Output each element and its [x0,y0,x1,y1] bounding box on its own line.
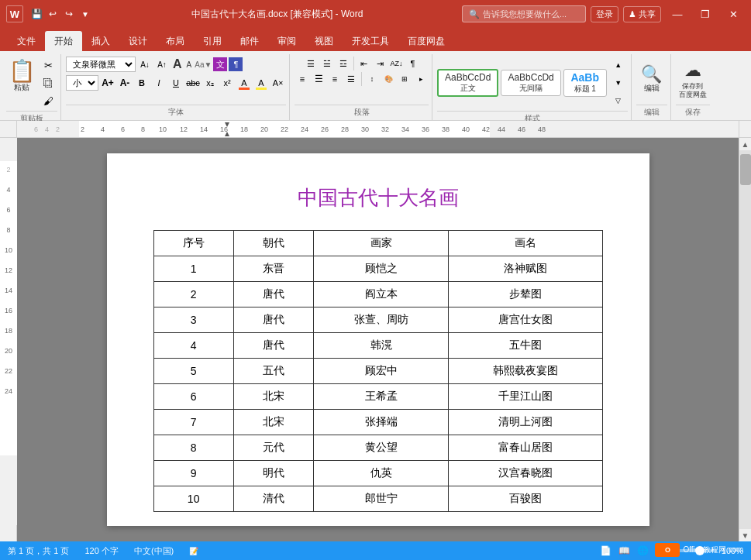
tab-review[interactable]: 审阅 [268,31,305,51]
read-view-btn[interactable]: 📖 [618,544,632,558]
wen-btn[interactable]: 文 [213,57,227,71]
table-cell: 清代 [233,486,313,512]
tab-developer[interactable]: 开发工具 [343,31,398,51]
web-view-btn[interactable]: 🌐 [636,544,650,558]
scroll-up-arrow[interactable]: ▲ [739,138,752,150]
styles-scroll-up[interactable]: ▲ [609,57,628,74]
share-button[interactable]: ♟ 共享 [623,6,661,22]
paste-button[interactable]: 📋 粘贴 [6,57,37,97]
svg-text:8: 8 [6,226,10,234]
restore-button[interactable]: ❐ [694,5,717,23]
list-numbers-btn[interactable]: ☱ [319,57,335,70]
sort-btn[interactable]: AZ↓ [389,57,405,70]
align-right-btn[interactable]: ≡ [327,72,343,86]
tab-mailings[interactable]: 邮件 [231,31,268,51]
pilcrow-btn[interactable]: ¶ [405,57,421,70]
tab-layout[interactable]: 布局 [157,31,194,51]
bold-button[interactable]: B [134,75,150,91]
tab-references[interactable]: 引用 [194,31,231,51]
shading-btn[interactable]: 🎨 [381,72,396,86]
scroll-down-arrow[interactable]: ▼ [739,529,752,541]
undo-icon[interactable]: ↩ [46,7,60,21]
search-box[interactable]: 🔍 告诉我您想要做什么... [462,5,586,22]
align-justify-btn[interactable]: ☰ [343,72,359,86]
language: 中文(中国) [134,545,174,557]
table-cell: 五牛图 [449,333,602,359]
table-cell: 韩熙载夜宴图 [449,359,602,384]
table-cell: 五代 [233,359,313,384]
highlight-a[interactable]: A [253,75,269,91]
superscript-button[interactable]: x² [219,75,235,91]
italic-button[interactable]: I [151,75,167,91]
font-name-select[interactable]: 文泉驿微黑 [66,57,136,72]
font-label: 字体 [66,105,286,120]
svg-text:38: 38 [442,125,450,133]
tab-design[interactable]: 设计 [119,31,157,51]
svg-text:12: 12 [5,266,12,274]
office-logo-area: O Office教程网.com [655,543,743,557]
increase-indent-btn[interactable]: ⇥ [373,57,388,70]
redo-icon[interactable]: ↪ [62,7,76,21]
login-button[interactable]: 登录 [591,6,618,22]
table-row: 2唐代阎立本步辇图 [153,282,602,307]
scroll-thumb[interactable] [740,154,751,185]
more-quick-icon[interactable]: ▼ [78,7,92,21]
font-increase-btn[interactable]: A↑ [154,57,170,72]
horizontal-ruler: 2 4 6 8 10 12 14 16 18 20 22 24 26 28 30… [0,121,751,138]
minimize-button[interactable]: — [666,5,689,23]
table-cell: 北宋 [233,384,313,410]
table-cell: 元代 [233,435,313,461]
strikethrough-button[interactable]: abc [185,75,201,91]
table-cell: 北宋 [233,410,313,435]
col-painting: 画名 [449,231,602,256]
align-left-btn[interactable]: ≡ [295,72,310,86]
align-center-btn[interactable]: ☰ [311,72,326,86]
table-cell: 唐代 [233,307,313,333]
format-painter-button[interactable]: 🖌 [39,92,57,109]
print-view-btn[interactable]: 📄 [599,544,613,558]
tab-view[interactable]: 视图 [305,31,343,51]
font-aa-btn[interactable]: Aa▼ [195,60,212,69]
list-bullets-btn[interactable]: ☰ [303,57,319,70]
font-color-a[interactable]: A [236,75,252,91]
char-clear-btn[interactable]: A ✕ [270,75,286,91]
find-edit-button[interactable]: 🔍 编辑 [636,60,667,100]
styles-scroll-down[interactable]: ▼ [609,74,628,91]
svg-text:10: 10 [159,125,167,133]
font-shrink-btn[interactable]: A- [117,75,133,91]
font-grow-btn[interactable]: A+ [100,75,115,91]
save-quick-icon[interactable]: 💾 [29,7,43,21]
subscript-button[interactable]: x₂ [202,75,218,91]
baidu-save-button[interactable]: ☁ 保存到百度网盘 [676,60,710,100]
styles-expand[interactable]: ▽ [609,92,628,109]
document-area: 2 4 6 8 10 12 14 16 18 20 22 24 中国古代十大名画… [0,138,751,541]
tab-file[interactable]: 文件 [8,31,45,51]
line-spacing-btn[interactable]: ↕ [364,72,380,86]
style-no-spacing[interactable]: AaBbCcDd 无间隔 [501,70,560,96]
underline-button[interactable]: U [168,75,184,91]
decrease-indent-btn[interactable]: ⇤ [357,57,372,70]
tab-insert[interactable]: 插入 [82,31,119,51]
baidu-save-label: 保存到百度网盘 [679,82,707,99]
style-heading1[interactable]: AaBb 标题 1 [563,69,607,97]
editing-label: 编辑 [636,105,667,120]
table-cell: 东晋 [233,256,313,282]
svg-text:6: 6 [6,206,10,214]
cut-button[interactable]: ✂ [39,57,57,74]
list-multilevel-btn[interactable]: ☲ [336,57,351,70]
tab-baidu[interactable]: 百度网盘 [398,31,454,51]
borders-btn[interactable]: ⊞ [397,72,412,86]
font-size-select[interactable]: 小初 [66,75,98,91]
mark-btn[interactable]: ¶ [229,57,243,71]
svg-text:2: 2 [81,125,84,133]
document-page: 中国古代十大名画 序号 朝代 画家 画名 1东晋顾恺之洛神赋图2唐代阎立本步辇图… [107,153,649,526]
table-cell: 顾宏中 [314,359,449,384]
tab-home[interactable]: 开始 [45,31,82,51]
font-decrease-btn[interactable]: A↓ [137,57,153,72]
para-more-btn[interactable]: ▸ [413,72,429,86]
title-bar: W 💾 ↩ ↪ ▼ 中国古代十大名画.docx [兼容模式] - Word 🔍 … [0,0,751,28]
table-header-row: 序号 朝代 画家 画名 [153,231,602,256]
copy-button[interactable]: ⿻ [39,74,57,91]
close-button[interactable]: ✕ [722,5,745,23]
style-normal[interactable]: AaBbCcDd 正文 [437,69,498,97]
